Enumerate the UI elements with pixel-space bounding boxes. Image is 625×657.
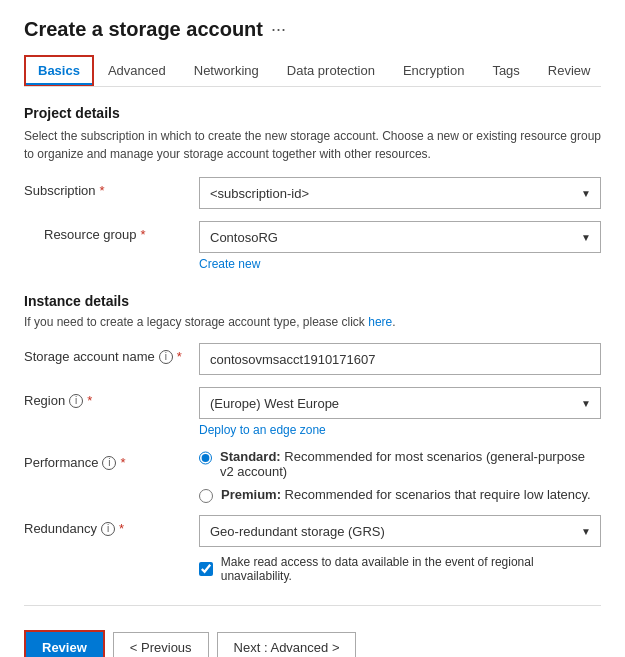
read-access-checkbox-label: Make read access to data available in th… — [221, 555, 601, 583]
performance-input-wrapper: Standard: Recommended for most scenarios… — [199, 449, 601, 503]
region-input-wrapper: (Europe) West Europe ▼ Deploy to an edge… — [199, 387, 601, 437]
performance-premium-radio[interactable] — [199, 489, 213, 503]
tabs-row: Basics Advanced Networking Data protecti… — [24, 55, 601, 87]
performance-required: * — [120, 455, 125, 470]
performance-premium-label: Premium: Recommended for scenarios that … — [221, 487, 591, 502]
redundancy-select[interactable]: Geo-redundant storage (GRS) — [199, 515, 601, 547]
region-label: Region i * — [24, 387, 199, 408]
page-title: Create a storage account — [24, 18, 263, 41]
storage-name-field-row: Storage account name i * — [24, 343, 601, 375]
footer-divider — [24, 605, 601, 606]
review-button[interactable]: Review — [24, 630, 105, 657]
instance-details-title: Instance details — [24, 293, 601, 309]
redundancy-info-icon[interactable]: i — [101, 522, 115, 536]
footer: Review < Previous Next : Advanced > — [24, 622, 601, 657]
performance-radio-group: Standard: Recommended for most scenarios… — [199, 449, 601, 503]
here-link[interactable]: here — [368, 315, 392, 329]
previous-button[interactable]: < Previous — [113, 632, 209, 657]
ellipsis-menu-icon[interactable]: ··· — [271, 19, 286, 40]
resource-group-input-wrapper: ContosoRG ▼ Create new — [199, 221, 601, 271]
project-details-title: Project details — [24, 105, 601, 121]
performance-premium-option[interactable]: Premium: Recommended for scenarios that … — [199, 487, 601, 503]
redundancy-input-wrapper: Geo-redundant storage (GRS) ▼ Make read … — [199, 515, 601, 583]
performance-standard-radio[interactable] — [199, 451, 212, 465]
project-details-section: Project details Select the subscription … — [24, 105, 601, 271]
tab-review[interactable]: Review — [534, 55, 605, 86]
region-info-icon[interactable]: i — [69, 394, 83, 408]
redundancy-required: * — [119, 521, 124, 536]
resource-group-required: * — [141, 227, 146, 242]
resource-group-field-row: Resource group * ContosoRG ▼ Create new — [24, 221, 601, 271]
redundancy-field-row: Redundancy i * Geo-redundant storage (GR… — [24, 515, 601, 583]
read-access-checkbox[interactable] — [199, 562, 213, 576]
next-button[interactable]: Next : Advanced > — [217, 632, 357, 657]
subscription-field-row: Subscription * <subscription-id> ▼ — [24, 177, 601, 209]
region-select[interactable]: (Europe) West Europe — [199, 387, 601, 419]
read-access-checkbox-row: Make read access to data available in th… — [199, 555, 601, 583]
region-required: * — [87, 393, 92, 408]
redundancy-label: Redundancy i * — [24, 515, 199, 536]
resource-group-label: Resource group * — [24, 221, 199, 242]
tab-encryption[interactable]: Encryption — [389, 55, 478, 86]
storage-name-label: Storage account name i * — [24, 343, 199, 364]
instance-legacy-text: If you need to create a legacy storage a… — [24, 315, 601, 329]
performance-standard-option[interactable]: Standard: Recommended for most scenarios… — [199, 449, 601, 479]
resource-group-select[interactable]: ContosoRG — [199, 221, 601, 253]
storage-name-input-wrapper — [199, 343, 601, 375]
subscription-input-wrapper: <subscription-id> ▼ — [199, 177, 601, 209]
storage-name-required: * — [177, 349, 182, 364]
tab-basics[interactable]: Basics — [24, 55, 94, 86]
storage-name-info-icon[interactable]: i — [159, 350, 173, 364]
tab-data-protection[interactable]: Data protection — [273, 55, 389, 86]
region-field-row: Region i * (Europe) West Europe ▼ Deploy… — [24, 387, 601, 437]
deploy-edge-zone-link[interactable]: Deploy to an edge zone — [199, 423, 326, 437]
instance-details-section: Instance details If you need to create a… — [24, 293, 601, 583]
performance-label: Performance i * — [24, 449, 199, 470]
subscription-select[interactable]: <subscription-id> — [199, 177, 601, 209]
tab-networking[interactable]: Networking — [180, 55, 273, 86]
tab-tags[interactable]: Tags — [478, 55, 533, 86]
subscription-required: * — [100, 183, 105, 198]
create-new-link[interactable]: Create new — [199, 257, 260, 271]
project-details-desc: Select the subscription in which to crea… — [24, 127, 601, 163]
performance-field-row: Performance i * Standard: Recommended fo… — [24, 449, 601, 503]
performance-info-icon[interactable]: i — [102, 456, 116, 470]
performance-standard-label: Standard: Recommended for most scenarios… — [220, 449, 601, 479]
subscription-label: Subscription * — [24, 177, 199, 198]
tab-advanced[interactable]: Advanced — [94, 55, 180, 86]
storage-name-input[interactable] — [199, 343, 601, 375]
